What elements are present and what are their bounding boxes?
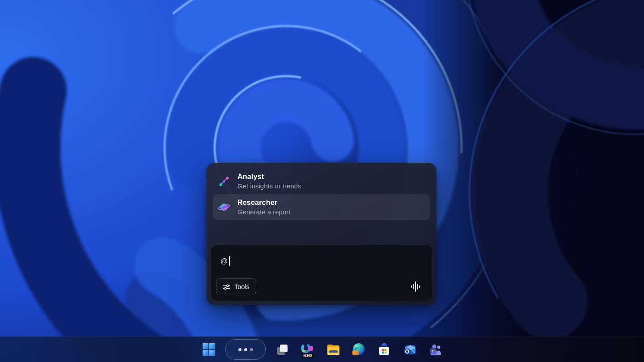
svg-text:T: T <box>432 349 434 353</box>
teams-icon: T <box>428 343 442 356</box>
voice-waveform-icon <box>411 281 420 292</box>
typed-text: @ <box>220 257 228 265</box>
outlook-icon <box>403 343 417 356</box>
task-view-button[interactable] <box>273 341 291 358</box>
m365-copilot-button[interactable]: M365 <box>299 341 317 358</box>
sliders-icon <box>223 283 230 291</box>
store-button[interactable] <box>375 341 393 358</box>
edge-button[interactable] <box>350 341 368 358</box>
m365-badge: M365 <box>302 353 314 358</box>
planet-icon <box>218 201 230 213</box>
copilot-prompt-popup: Analyst Get insights or trends Researche… <box>207 163 436 305</box>
windows-logo-icon <box>202 343 216 356</box>
typing-dot <box>238 348 242 351</box>
edge-browser-icon <box>352 343 365 356</box>
suggestion-researcher[interactable]: Researcher Generate a report <box>213 194 430 220</box>
taskbar: M365 <box>0 336 644 362</box>
suggestion-subtitle: Get insights or trends <box>237 182 301 190</box>
tools-button[interactable]: Tools <box>216 278 256 295</box>
file-explorer-button[interactable] <box>324 341 342 358</box>
suggestion-analyst[interactable]: Analyst Get insights or trends <box>213 168 430 194</box>
typing-dot <box>250 348 253 351</box>
folder-icon <box>326 343 340 356</box>
tools-label: Tools <box>234 283 250 290</box>
outlook-button[interactable] <box>401 341 419 358</box>
teams-button[interactable]: T <box>426 341 444 358</box>
trend-scatter-icon <box>218 175 230 187</box>
suggestion-title: Researcher <box>237 199 290 207</box>
typing-dot <box>244 348 247 351</box>
prompt-input[interactable]: @ Tools <box>210 244 433 301</box>
task-view-icon <box>276 343 289 356</box>
text-caret <box>229 256 230 266</box>
prompt-text-line: @ <box>220 256 230 266</box>
start-button[interactable] <box>200 341 218 358</box>
suggestion-title: Analyst <box>237 173 301 181</box>
copilot-search-pill[interactable] <box>225 339 266 360</box>
voice-input-button[interactable] <box>408 279 423 294</box>
store-bag-icon <box>377 343 391 356</box>
suggestion-subtitle: Generate a report <box>237 208 290 216</box>
